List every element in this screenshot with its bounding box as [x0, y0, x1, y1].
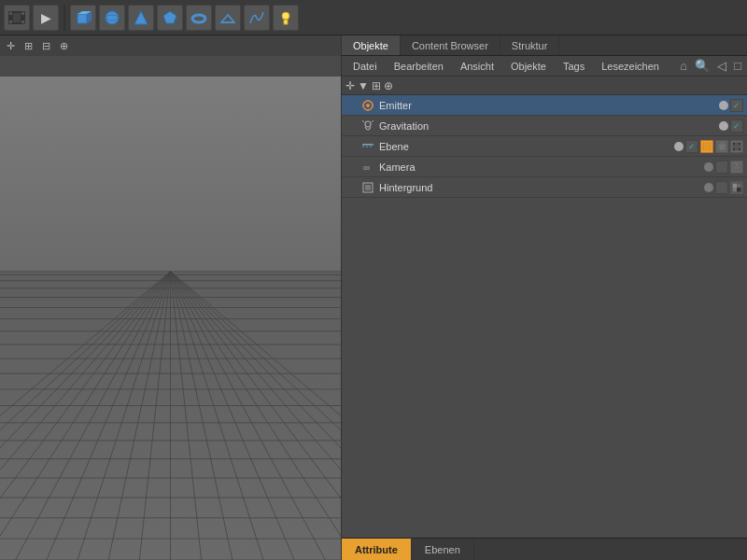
kamera-tag[interactable]	[730, 161, 743, 174]
main-layout: ✛ ⊞ ⊟ ⊕ Objekte Content Browser Struktur…	[0, 35, 747, 560]
vp-minus-btn[interactable]: ⊟	[39, 39, 53, 53]
svg-rect-41	[739, 143, 740, 145]
toolbar-sphere-button[interactable]	[99, 5, 125, 31]
gravitation-check[interactable]: ✓	[730, 119, 743, 133]
kamera-controls	[704, 161, 743, 174]
hintergrund-tag[interactable]	[730, 181, 743, 194]
menu-home-icon[interactable]: ⌂	[678, 59, 689, 73]
svg-marker-12	[163, 11, 176, 23]
vp-move-btn[interactable]: ✛	[4, 39, 18, 53]
svg-line-26	[372, 120, 374, 122]
emitter-check[interactable]: ✓	[730, 99, 743, 112]
obj-row-gravitation[interactable]: Gravitation ✓	[342, 116, 747, 136]
ebene-check[interactable]: ✓	[685, 140, 698, 153]
svg-rect-2	[9, 21, 12, 23]
toolbar-film-button[interactable]	[4, 5, 30, 31]
tab-content-browser[interactable]: Content Browser	[401, 35, 500, 55]
gravitation-label: Gravitation	[379, 120, 719, 132]
vp-grid-btn[interactable]: ⊞	[21, 39, 35, 53]
grid-canvas	[0, 35, 341, 560]
toolbar-plane-button[interactable]	[215, 5, 241, 31]
svg-rect-39	[733, 143, 735, 145]
menu-datei[interactable]: Datei	[345, 59, 385, 74]
svg-rect-50	[737, 188, 740, 191]
kamera-check[interactable]	[715, 161, 728, 174]
svg-rect-4	[21, 21, 24, 23]
hintergrund-controls	[704, 181, 743, 194]
bottom-tabs: Attribute Ebenen	[342, 538, 747, 560]
menu-back-icon[interactable]: ◁	[715, 59, 728, 73]
gravitation-icon	[360, 119, 375, 133]
svg-rect-1	[9, 12, 12, 15]
menu-lesezeichen[interactable]: Lesezeichen	[594, 59, 667, 74]
hintergrund-dot[interactable]	[704, 183, 713, 192]
bottom-tab-ebenen[interactable]: Ebenen	[412, 539, 474, 560]
gravitation-controls: ✓	[719, 119, 743, 133]
svg-point-16	[282, 12, 289, 20]
svg-rect-17	[284, 20, 288, 24]
svg-point-24	[365, 121, 371, 127]
ebene-tag-orange[interactable]	[700, 140, 713, 153]
svg-rect-42	[739, 148, 740, 150]
toolbar-torus-button[interactable]	[186, 5, 212, 31]
obj-tb-move-icon[interactable]: ✛	[345, 79, 355, 92]
svg-rect-3	[21, 12, 24, 15]
ebene-dot[interactable]	[674, 142, 684, 151]
right-panel: Objekte Content Browser Struktur Datei B…	[341, 35, 747, 560]
obj-row-emitter[interactable]: Emitter ✓	[342, 95, 747, 116]
gravitation-dot[interactable]	[719, 121, 728, 131]
obj-tb-expand-icon[interactable]: ⊕	[384, 79, 393, 92]
svg-point-13	[192, 15, 205, 22]
ebene-tag-grid[interactable]	[715, 140, 728, 153]
menu-right-icons: ⌂ 🔍 ◁ □	[678, 59, 743, 73]
menu-expand-icon[interactable]: □	[732, 59, 743, 73]
svg-line-25	[362, 120, 364, 122]
obj-row-hintergrund[interactable]: Hintergrund	[342, 177, 747, 198]
svg-marker-11	[134, 11, 148, 24]
ebene-label: Ebene	[379, 141, 674, 152]
svg-rect-27	[362, 144, 374, 146]
menu-tags[interactable]: Tags	[556, 59, 592, 74]
ebene-tag-film[interactable]	[730, 140, 743, 153]
menu-search-icon[interactable]: 🔍	[693, 59, 712, 73]
emitter-icon	[360, 98, 375, 113]
hintergrund-icon	[360, 180, 375, 195]
svg-rect-49	[733, 183, 737, 187]
svg-rect-51	[737, 183, 740, 187]
menu-ansicht[interactable]: Ansicht	[453, 59, 501, 74]
svg-marker-14	[221, 15, 234, 22]
bottom-tab-attribute[interactable]: Attribute	[342, 539, 412, 560]
tab-objekte[interactable]: Objekte	[342, 35, 401, 55]
ebene-icon	[360, 139, 375, 154]
toolbar-spline-button[interactable]	[244, 5, 270, 31]
vp-expand-btn[interactable]: ⊕	[57, 39, 71, 53]
viewport[interactable]: ✛ ⊞ ⊟ ⊕	[0, 35, 341, 560]
kamera-icon: ∞	[360, 160, 375, 175]
svg-marker-45	[736, 163, 738, 165]
toolbar-play-button[interactable]: ▶	[33, 5, 59, 31]
svg-rect-52	[733, 188, 737, 191]
svg-rect-40	[733, 148, 735, 150]
viewport-mini-toolbar: ✛ ⊞ ⊟ ⊕	[0, 35, 341, 56]
emitter-label: Emitter	[379, 100, 719, 111]
toolbar-cube-button[interactable]	[70, 5, 96, 31]
svg-rect-47	[365, 185, 371, 190]
menu-bearbeiten[interactable]: Bearbeiten	[387, 59, 451, 74]
emitter-dot[interactable]	[719, 101, 728, 110]
svg-point-19	[366, 104, 370, 107]
svg-rect-33	[718, 143, 726, 150]
obj-tb-down-icon[interactable]: ▼	[358, 79, 369, 92]
hintergrund-label: Hintergrund	[379, 182, 704, 193]
tab-struktur[interactable]: Struktur	[500, 35, 560, 55]
menu-objekte[interactable]: Objekte	[503, 59, 554, 74]
toolbar-cone-button[interactable]	[128, 5, 154, 31]
toolbar-light-button[interactable]	[273, 5, 299, 31]
obj-tb-grid-icon[interactable]: ⊞	[372, 79, 381, 92]
kamera-dot[interactable]	[704, 162, 713, 172]
menu-bar: Datei Bearbeiten Ansicht Objekte Tags Le…	[342, 56, 747, 77]
hintergrund-check[interactable]	[715, 181, 728, 194]
obj-row-ebene[interactable]: Ebene ✓	[342, 136, 747, 157]
obj-row-kamera[interactable]: ∞ Kamera	[342, 157, 747, 177]
emitter-controls: ✓	[719, 99, 743, 112]
toolbar-geo-button[interactable]	[157, 5, 183, 31]
